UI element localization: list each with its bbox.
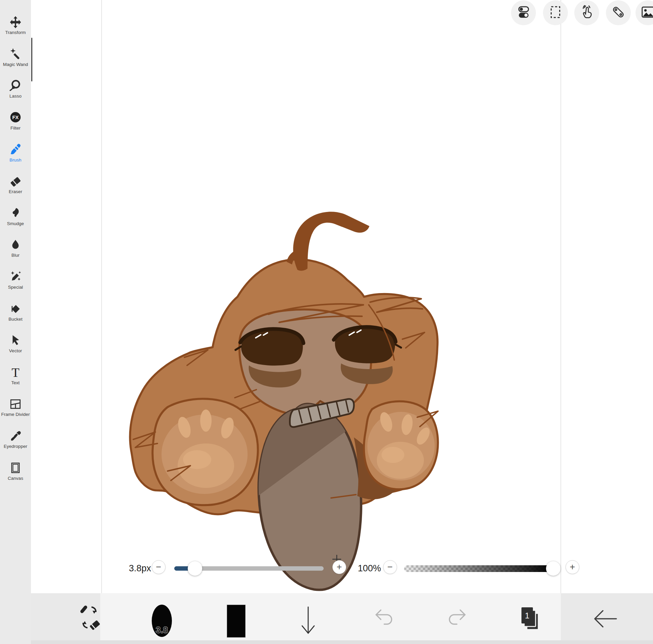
sidebar-item-brush[interactable]: Brush <box>0 137 31 169</box>
sidebar-item-label: Smudge <box>7 221 24 226</box>
undo-icon[interactable] <box>372 607 396 629</box>
collapse-panel-arrow-icon[interactable] <box>298 606 318 636</box>
gesture-tap-button[interactable] <box>574 0 599 25</box>
sidebar-item-canvas[interactable]: Canvas <box>0 455 31 487</box>
sidebar-item-eraser[interactable]: Eraser <box>0 169 31 200</box>
import-image-button[interactable] <box>635 0 653 25</box>
sidebar-item-frame-divider[interactable]: Frame Divider <box>0 391 31 423</box>
toggles-button[interactable] <box>511 0 536 25</box>
toggles-icon <box>516 4 531 21</box>
smudge-icon <box>9 207 22 220</box>
brush-size-decrease-button[interactable]: − <box>152 560 166 574</box>
redo-icon[interactable] <box>445 607 469 629</box>
filter-fx-icon: FX <box>9 111 22 124</box>
active-color-swatch[interactable] <box>227 605 246 638</box>
sidebar-item-filter[interactable]: FXFilter <box>0 105 31 137</box>
sidebar-item-special[interactable]: Special <box>0 264 31 296</box>
frame-divider-icon <box>9 397 22 411</box>
sidebar-item-label: Canvas <box>8 476 23 481</box>
canvas-drawing-bear-character <box>0 0 653 593</box>
sidebar-scrollbar[interactable] <box>31 38 32 81</box>
import-image-icon <box>640 4 653 21</box>
layer-count: 1 <box>525 611 529 620</box>
vector-icon <box>9 334 22 347</box>
brush-size-increase-button[interactable]: + <box>332 560 346 574</box>
canvas-icon <box>9 461 22 475</box>
bucket-icon <box>9 302 22 316</box>
sidebar-item-vector[interactable]: Vector <box>0 328 31 360</box>
sidebar-item-label: Vector <box>9 348 22 353</box>
marquee-select-icon <box>548 4 563 21</box>
sidebar-item-bucket[interactable]: Bucket <box>0 296 31 328</box>
top-toolbar <box>0 0 653 27</box>
sidebar-item-label: Special <box>8 285 23 290</box>
sidebar-item-label: Eraser <box>9 189 22 194</box>
svg-text:FX: FX <box>13 115 19 120</box>
sidebar-item-label: Eyedropper <box>4 444 27 449</box>
eraser-icon <box>9 175 22 188</box>
sidebar-item-eyedropper[interactable]: Eyedropper <box>0 423 31 455</box>
blur-icon <box>9 238 22 252</box>
bear-ahoge <box>293 212 369 270</box>
brush-opacity-value: 100% <box>357 563 382 574</box>
brush-size-value: 3.8px <box>129 563 150 574</box>
sidebar-item-text[interactable]: TText <box>0 360 31 392</box>
opacity-slider-knob[interactable] <box>546 561 560 576</box>
sidebar-item-label: Brush <box>9 158 21 163</box>
sidebar-item-label: Transform <box>5 30 26 35</box>
ruler-button[interactable] <box>606 0 631 25</box>
layers-icon[interactable]: 1 <box>521 607 543 631</box>
sidebar-item-label: Text <box>11 380 20 385</box>
sidebar-item-label: Frame Divider <box>1 412 30 417</box>
sidebar-item-blur[interactable]: Blur <box>0 232 31 264</box>
opacity-slider[interactable] <box>404 565 553 572</box>
sidebar-item-label: Lasso <box>9 94 22 99</box>
brush-icon <box>9 143 22 157</box>
gesture-tap-icon <box>579 4 595 21</box>
bear-left-paw <box>152 399 258 505</box>
ruler-icon <box>611 4 626 21</box>
magic-wand-icon <box>9 47 22 61</box>
sidebar-item-label: Magic Wand <box>3 62 28 67</box>
special-icon <box>9 270 22 284</box>
lasso-icon <box>9 79 22 93</box>
sidebar-item-magic-wand[interactable]: Magic Wand <box>0 41 31 73</box>
eyedropper-icon <box>9 429 22 443</box>
sidebar-item-lasso[interactable]: Lasso <box>0 73 31 105</box>
opacity-increase-button[interactable]: + <box>565 560 579 574</box>
brush-preview[interactable]: 3.8 <box>151 604 173 638</box>
tool-sidebar: TransformMagic WandLassoFXFilterBrushEra… <box>0 0 31 644</box>
swap-brush-eraser-icon[interactable] <box>77 604 104 633</box>
text-icon: T <box>9 366 22 379</box>
opacity-decrease-button[interactable]: − <box>383 560 397 574</box>
bottom-toolbar: 3.8 1 <box>0 593 653 644</box>
brush-size-slider-knob[interactable] <box>188 561 202 576</box>
back-arrow-icon[interactable] <box>593 609 618 628</box>
sidebar-item-label: Filter <box>10 125 21 130</box>
brush-preview-size: 3.8 <box>156 625 168 635</box>
sidebar-item-label: Blur <box>11 253 20 258</box>
brush-settings-bar: 3.8px − + 100% − + <box>0 555 653 584</box>
sidebar-item-smudge[interactable]: Smudge <box>0 200 31 233</box>
sidebar-item-label: Bucket <box>8 317 22 322</box>
marquee-select-button[interactable] <box>543 0 568 25</box>
svg-text:T: T <box>11 366 19 379</box>
